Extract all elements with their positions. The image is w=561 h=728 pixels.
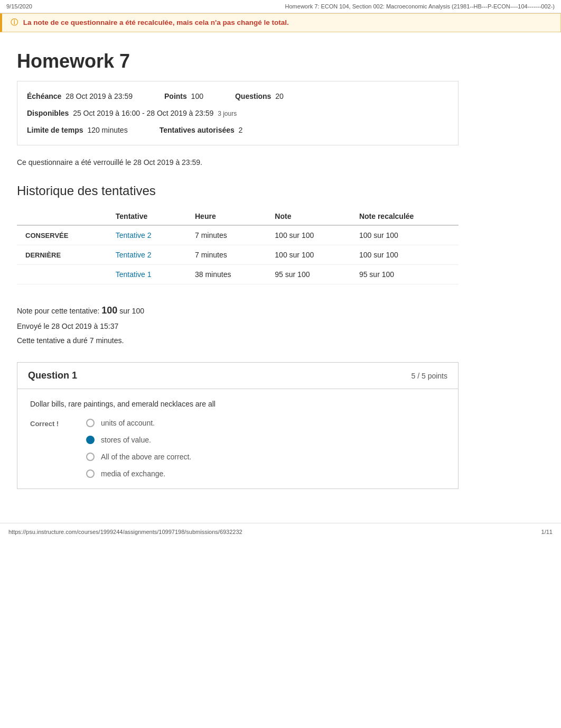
limite-block: Limite de temps 120 minutes <box>27 123 128 137</box>
row-note-recalc-1: 100 sur 100 <box>351 245 459 265</box>
row-heure-0: 7 minutes <box>186 225 266 245</box>
attempt-link-2[interactable]: Tentative 1 <box>116 270 152 279</box>
answer-text-0: units of account. <box>101 419 155 427</box>
attempts-table: Tentative Heure Note Note recalculée CON… <box>17 208 459 284</box>
main-content: Homework 7 Échéance 28 Oct 2019 à 23:59 … <box>0 32 475 523</box>
questions-block: Questions 20 <box>235 89 284 104</box>
answer-options: units of account.stores of value.All of … <box>78 419 445 478</box>
questions-label: Questions <box>235 92 271 100</box>
question-1-points: 5 / 5 points <box>412 372 448 380</box>
echeance-block: Échéance 28 Oct 2019 à 23:59 <box>27 89 133 104</box>
disponibles-block: Disponibles 25 Oct 2019 à 16:00 - 28 Oct… <box>27 106 237 121</box>
answer-text-1: stores of value. <box>101 436 151 444</box>
footer-bar: https://psu.instructure.com/courses/1999… <box>0 523 561 540</box>
radio-circle-1 <box>86 436 95 444</box>
info-box: Échéance 28 Oct 2019 à 23:59 Points 100 … <box>17 81 459 145</box>
limite-label: Limite de temps <box>27 126 83 134</box>
question-1-text: Dollar bills, rare paintings, and emeral… <box>30 400 445 408</box>
disponibles-value: 25 Oct 2019 à 16:00 - 28 Oct 2019 à 23:5… <box>73 109 213 117</box>
answer-text-3: media of exchange. <box>101 469 165 478</box>
question-1-header: Question 1 5 / 5 points <box>17 363 458 389</box>
table-header-row: Tentative Heure Note Note recalculée <box>17 208 459 225</box>
echeance-value: 28 Oct 2019 à 23:59 <box>66 92 133 100</box>
info-row-2: Disponibles 25 Oct 2019 à 16:00 - 28 Oct… <box>27 106 448 121</box>
points-block: Points 100 <box>164 89 203 104</box>
row-label-1: DERNIÈRE <box>17 245 107 265</box>
radio-circle-0 <box>86 419 95 427</box>
row-label-2 <box>17 265 107 284</box>
row-note-0: 100 sur 100 <box>266 225 351 245</box>
notice-icon: ⓘ <box>11 19 18 26</box>
answer-option-1[interactable]: stores of value. <box>86 436 445 444</box>
tentatives-block: Tentatives autorisées 2 <box>160 123 243 137</box>
question-1-title: Question 1 <box>28 370 77 381</box>
attempt-link-0[interactable]: Tentative 2 <box>116 231 152 239</box>
tentatives-label: Tentatives autorisées <box>160 126 235 134</box>
points-label: Points <box>164 92 187 100</box>
correct-label-area: Correct ! units of account.stores of val… <box>30 419 445 478</box>
footer-url: https://psu.instructure.com/courses/1999… <box>8 529 242 535</box>
duration-line: Cette tentative a duré 7 minutes. <box>17 334 459 348</box>
notice-text: La note de ce questionnaire a été recalc… <box>23 19 289 26</box>
echeance-label: Échéance <box>27 92 61 100</box>
score-value: 100 <box>101 305 117 316</box>
question-1-body: Dollar bills, rare paintings, and emeral… <box>17 389 458 489</box>
score-suffix: sur 100 <box>117 307 144 315</box>
top-bar-date: 9/15/2020 <box>6 3 32 10</box>
table-row: CONSERVÉE Tentative 2 7 minutes 100 sur … <box>17 225 459 245</box>
attempt-link-1[interactable]: Tentative 2 <box>116 251 152 259</box>
row-note-1: 100 sur 100 <box>266 245 351 265</box>
row-attempt-0[interactable]: Tentative 2 <box>107 225 186 245</box>
score-prefix: Note pour cette tentative: <box>17 307 101 315</box>
table-row: DERNIÈRE Tentative 2 7 minutes 100 sur 1… <box>17 245 459 265</box>
sent-line: Envoyé le 28 Oct 2019 à 15:37 <box>17 319 459 334</box>
attempt-summary: Note pour cette tentative: 100 sur 100 E… <box>17 301 459 347</box>
radio-circle-2 <box>86 453 95 461</box>
row-note-2: 95 sur 100 <box>266 265 351 284</box>
page-title: Homework 7 <box>17 50 459 72</box>
locked-message: Ce questionnaire a été verrouillé le 28 … <box>17 158 459 167</box>
questions-value: 20 <box>275 92 284 100</box>
answer-option-0[interactable]: units of account. <box>86 419 445 427</box>
answer-option-2[interactable]: All of the above are correct. <box>86 453 445 461</box>
row-note-recalc-2: 95 sur 100 <box>351 265 459 284</box>
row-heure-1: 7 minutes <box>186 245 266 265</box>
history-title: Historique des tentatives <box>17 183 459 198</box>
row-attempt-2[interactable]: Tentative 1 <box>107 265 186 284</box>
info-row-3: Limite de temps 120 minutes Tentatives a… <box>27 123 448 137</box>
footer-pagination: 1/11 <box>541 529 553 535</box>
disponibles-label: Disponibles <box>27 109 69 117</box>
limite-value: 120 minutes <box>87 126 127 134</box>
col-header-tentative: Tentative <box>107 208 186 225</box>
col-header-note: Note <box>266 208 351 225</box>
col-header-label <box>17 208 107 225</box>
table-row: Tentative 1 38 minutes 95 sur 100 95 sur… <box>17 265 459 284</box>
question-1-block: Question 1 5 / 5 points Dollar bills, ra… <box>17 362 459 489</box>
row-note-recalc-0: 100 sur 100 <box>351 225 459 245</box>
col-header-note-recalc: Note recalculée <box>351 208 459 225</box>
top-bar: 9/15/2020 Homework 7: ECON 104, Section … <box>0 0 561 13</box>
info-row-1: Échéance 28 Oct 2019 à 23:59 Points 100 … <box>27 89 448 104</box>
radio-circle-3 <box>86 469 95 478</box>
answer-option-3[interactable]: media of exchange. <box>86 469 445 478</box>
col-header-heure: Heure <box>186 208 266 225</box>
points-value: 100 <box>191 92 203 100</box>
tentatives-value: 2 <box>239 126 243 134</box>
disponibles-suffix: 3 jours <box>218 110 237 117</box>
answer-text-2: All of the above are correct. <box>101 453 191 461</box>
score-line: Note pour cette tentative: 100 sur 100 <box>17 301 459 319</box>
top-bar-title: Homework 7: ECON 104, Section 002: Macro… <box>285 3 555 10</box>
correct-badge: Correct ! <box>30 419 78 428</box>
row-attempt-1[interactable]: Tentative 2 <box>107 245 186 265</box>
row-label-0: CONSERVÉE <box>17 225 107 245</box>
answers-wrapper: units of account.stores of value.All of … <box>78 419 445 478</box>
row-heure-2: 38 minutes <box>186 265 266 284</box>
notice-bar: ⓘ La note de ce questionnaire a été reca… <box>0 13 561 32</box>
